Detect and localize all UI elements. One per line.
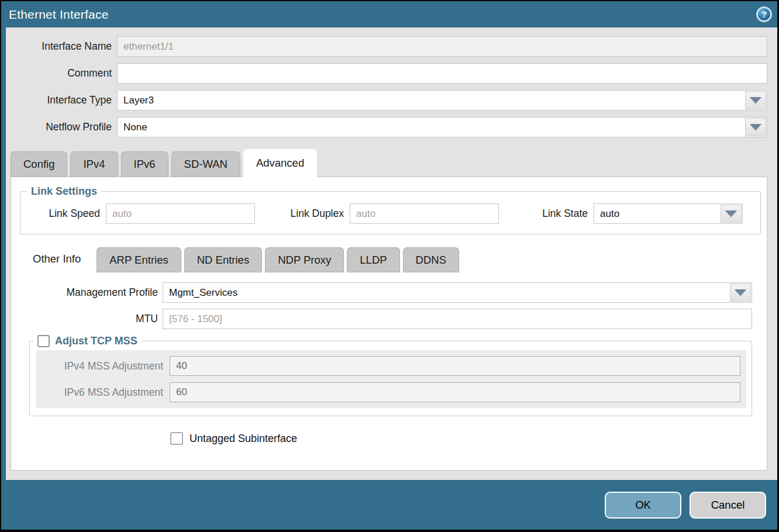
mtu-input[interactable] bbox=[163, 309, 752, 329]
interface-type-dropdown-button[interactable] bbox=[745, 91, 766, 109]
comment-label: Comment bbox=[6, 67, 117, 80]
tab-ddns[interactable]: DDNS bbox=[403, 247, 459, 272]
link-speed-input[interactable] bbox=[106, 203, 255, 224]
link-state-dropdown-button[interactable] bbox=[721, 205, 742, 223]
help-icon[interactable]: ? bbox=[756, 6, 772, 22]
interface-type-row: Interface Type bbox=[6, 90, 767, 110]
chevron-down-icon bbox=[735, 289, 746, 296]
adjust-tcp-mss-checkbox[interactable] bbox=[37, 335, 50, 347]
chevron-down-icon bbox=[750, 124, 761, 130]
adjust-tcp-mss-fieldset: Adjust TCP MSS IPv4 MSS Adjustment IPv6 … bbox=[29, 335, 752, 416]
netflow-profile-label: Netflow Profile bbox=[6, 121, 117, 133]
link-duplex-label: Link Duplex bbox=[255, 208, 350, 220]
netflow-profile-dropdown-button[interactable] bbox=[745, 118, 766, 136]
dialog-titlebar: Ethernet Interface ? bbox=[1, 1, 777, 27]
adjust-tcp-mss-label: Adjust TCP MSS bbox=[55, 335, 137, 347]
mtu-label: MTU bbox=[11, 313, 163, 325]
ipv6-mss-label: IPv6 MSS Adjustment bbox=[36, 386, 170, 399]
mtu-row: MTU bbox=[11, 309, 752, 329]
tab-ipv4[interactable]: IPv4 bbox=[70, 151, 118, 177]
interface-name-label: Interface Name bbox=[6, 40, 117, 53]
netflow-profile-row: Netflow Profile bbox=[6, 117, 767, 137]
other-info-panel: Management Profile MTU bbox=[11, 272, 767, 445]
management-profile-select[interactable] bbox=[163, 282, 752, 303]
interface-name-input bbox=[117, 36, 767, 57]
tab-sdwan[interactable]: SD-WAN bbox=[171, 151, 240, 177]
ipv4-mss-input bbox=[170, 356, 740, 376]
interface-name-row: Interface Name bbox=[6, 36, 767, 57]
tab-nd-entries[interactable]: ND Entries bbox=[184, 247, 262, 272]
ok-button[interactable]: OK bbox=[605, 492, 681, 519]
link-settings-fieldset: Link Settings Link Speed Link Duplex Lin… bbox=[20, 185, 761, 234]
ipv4-mss-row: IPv4 MSS Adjustment bbox=[36, 356, 740, 376]
screen-frame: Ethernet Interface ? Interface Name Comm… bbox=[0, 0, 779, 532]
link-speed-label: Link Speed bbox=[20, 208, 106, 220]
adjust-tcp-mss-legend: Adjust TCP MSS bbox=[34, 335, 141, 347]
main-tabstrip: Config IPv4 IPv6 SD-WAN Advanced bbox=[11, 149, 767, 177]
management-profile-label: Management Profile bbox=[11, 286, 163, 299]
tab-advanced[interactable]: Advanced bbox=[243, 149, 317, 177]
link-duplex-input[interactable] bbox=[350, 203, 499, 224]
untagged-subinterface-label: Untagged Subinterface bbox=[189, 433, 297, 445]
link-settings-legend: Link Settings bbox=[27, 185, 101, 198]
tab-arp-entries[interactable]: ARP Entries bbox=[96, 247, 181, 272]
netflow-profile-select[interactable] bbox=[117, 117, 767, 137]
chevron-down-icon bbox=[750, 97, 761, 103]
tab-lldp[interactable]: LLDP bbox=[347, 247, 399, 272]
tab-ndp-proxy[interactable]: NDP Proxy bbox=[265, 247, 344, 272]
chevron-down-icon bbox=[725, 210, 737, 217]
untagged-subinterface-row: Untagged Subinterface bbox=[170, 432, 767, 445]
management-profile-row: Management Profile bbox=[11, 282, 752, 303]
sub-tabstrip: Other Info ARP Entries ND Entries NDP Pr… bbox=[20, 245, 767, 272]
untagged-subinterface-checkbox[interactable] bbox=[170, 432, 183, 445]
comment-input[interactable] bbox=[117, 63, 767, 84]
link-state-label: Link State bbox=[499, 208, 594, 220]
interface-type-label: Interface Type bbox=[6, 94, 117, 106]
tab-config[interactable]: Config bbox=[11, 151, 67, 177]
management-profile-dropdown-button[interactable] bbox=[730, 284, 751, 302]
comment-row: Comment bbox=[6, 63, 767, 84]
dialog-title: Ethernet Interface bbox=[9, 8, 109, 22]
tab-ipv6[interactable]: IPv6 bbox=[121, 151, 168, 177]
advanced-tab-panel: Link Settings Link Speed Link Duplex Lin… bbox=[11, 177, 767, 471]
dialog-body: Interface Name Comment Interface Type bbox=[6, 27, 777, 480]
tab-other-info[interactable]: Other Info bbox=[20, 245, 94, 273]
ethernet-interface-dialog: Ethernet Interface ? Interface Name Comm… bbox=[1, 1, 777, 530]
ipv6-mss-input bbox=[170, 382, 740, 402]
ipv6-mss-row: IPv6 MSS Adjustment bbox=[36, 382, 740, 402]
dialog-footer: OK Cancel bbox=[1, 480, 777, 530]
cancel-button[interactable]: Cancel bbox=[690, 492, 766, 519]
interface-type-select[interactable] bbox=[117, 90, 767, 110]
mss-disabled-panel: IPv4 MSS Adjustment IPv6 MSS Adjustment bbox=[36, 350, 746, 408]
ipv4-mss-label: IPv4 MSS Adjustment bbox=[36, 360, 170, 372]
